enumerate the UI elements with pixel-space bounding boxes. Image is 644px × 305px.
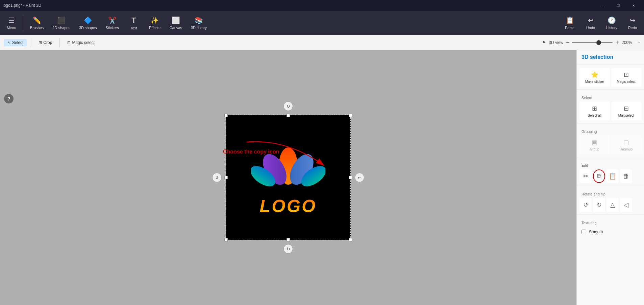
- panel-magic-select-button[interactable]: ⊡ Magic select: [611, 68, 642, 87]
- rotate-right-handle[interactable]: ↩: [355, 173, 364, 182]
- paste-edit-button[interactable]: 📋: [606, 169, 619, 183]
- ungroup-button[interactable]: ▢ Ungroup: [611, 136, 642, 154]
- make-sticker-icon: ⭐: [591, 71, 598, 78]
- toolbar-3dlibrary[interactable]: 📚 3D library: [187, 14, 211, 32]
- 2dshapes-icon: ⬛: [57, 16, 66, 24]
- redo-icon: ↪: [630, 16, 636, 24]
- rotate-right-button[interactable]: ↻: [593, 198, 605, 212]
- action-separator-1: [31, 38, 31, 47]
- ungroup-label: Ungroup: [620, 147, 633, 151]
- toolbar-canvas[interactable]: ⬜ Canvas: [166, 14, 186, 32]
- minimize-button[interactable]: —: [595, 0, 610, 11]
- grouping-section-label: Grouping: [577, 126, 644, 136]
- logo-canvas: LOGO: [226, 115, 351, 240]
- toolbar-stickers[interactable]: ✂️ Stickers: [102, 14, 123, 32]
- help-button[interactable]: ?: [4, 94, 14, 103]
- smooth-checkbox[interactable]: [581, 230, 586, 234]
- toolbar-3dlibrary-label: 3D library: [191, 26, 207, 30]
- close-button[interactable]: ✕: [626, 0, 641, 11]
- toolbar-separator-1: [24, 15, 24, 31]
- toolbar-effects[interactable]: ✨ Effects: [145, 14, 165, 32]
- divider-2: [577, 123, 644, 123]
- toolbar-menu[interactable]: ☰ Menu: [1, 14, 22, 32]
- select-all-button[interactable]: ⊞ Select all: [579, 102, 610, 120]
- canvas-area[interactable]: ? ↻ ↻ ⇩ ↩: [0, 50, 576, 305]
- panel-title: 3D selection: [577, 54, 644, 65]
- toolbar-menu-label: Menu: [7, 26, 16, 30]
- canvas-icon: ⬜: [172, 16, 180, 24]
- handle-top-center[interactable]: [287, 114, 290, 117]
- toolbar-text[interactable]: T Text: [124, 14, 144, 32]
- divider-1: [577, 89, 644, 90]
- crop-label: Crop: [43, 40, 52, 45]
- toolbar-brushes[interactable]: ✏️ Brushes: [26, 14, 48, 32]
- flip-vertical-button[interactable]: △: [606, 198, 619, 212]
- handle-top-left[interactable]: [224, 114, 228, 117]
- toolbar-redo[interactable]: ↪ Redo: [622, 14, 643, 32]
- toolbar-2dshapes[interactable]: ⬛ 2D shapes: [48, 14, 74, 32]
- handle-bottom-right[interactable]: [349, 238, 352, 241]
- toolbar-3dshapes[interactable]: 🔷 3D shapes: [75, 14, 101, 32]
- title-text: logo1.png* - Paint 3D: [3, 3, 41, 8]
- rotate-left-handle[interactable]: ⇩: [212, 173, 222, 182]
- toolbar-text-label: Text: [130, 26, 137, 30]
- zoom-plus-button[interactable]: +: [615, 39, 619, 46]
- handle-top-right[interactable]: [349, 114, 352, 117]
- flip-horizontal-button[interactable]: ◁: [620, 198, 632, 212]
- toolbar-paste[interactable]: 📋 Paste: [560, 14, 580, 32]
- toolbar-brushes-label: Brushes: [30, 26, 44, 30]
- logo-text: LOGO: [259, 196, 317, 216]
- select-actions: ⊞ Select all ⊟ Multiselect: [577, 102, 644, 120]
- handle-bottom-left[interactable]: [224, 238, 228, 241]
- rotate-bottom-handle[interactable]: ↻: [283, 244, 293, 254]
- 3dlibrary-icon: 📚: [195, 16, 203, 24]
- crop-button[interactable]: ⊞ Crop: [35, 39, 55, 46]
- toolbar-paste-label: Paste: [565, 26, 574, 30]
- multiselect-icon: ⊟: [624, 105, 629, 112]
- zoom-slider[interactable]: [572, 42, 613, 43]
- toolbar: ☰ Menu ✏️ Brushes ⬛ 2D shapes 🔷 3D shape…: [0, 11, 644, 35]
- 3d-view-label: 3D view: [549, 40, 563, 45]
- group-button[interactable]: ▣ Group: [579, 136, 610, 154]
- smooth-row: Smooth: [577, 227, 644, 237]
- window-controls: — ❐ ✕: [595, 0, 641, 11]
- toolbar-effects-label: Effects: [149, 26, 160, 30]
- restore-button[interactable]: ❐: [610, 0, 626, 11]
- handle-middle-left[interactable]: [224, 176, 228, 179]
- select-all-icon: ⊞: [592, 105, 597, 112]
- cut-button[interactable]: ✂: [579, 169, 592, 183]
- copy-button[interactable]: ⧉: [593, 169, 605, 183]
- select-button[interactable]: ↖ Select: [4, 39, 27, 46]
- rotate-left-button[interactable]: ↺: [579, 198, 592, 212]
- handle-bottom-center[interactable]: [287, 238, 290, 241]
- toolbar-redo-label: Redo: [628, 26, 637, 30]
- group-icon: ▣: [592, 139, 597, 146]
- zoom-minus-button[interactable]: −: [566, 39, 570, 46]
- right-panel: 3D selection ⭐ Make sticker ⊡ Magic sele…: [576, 50, 644, 305]
- multiselect-button[interactable]: ⊟ Multiselect: [611, 102, 642, 120]
- toolbar-undo[interactable]: ↩ Undo: [580, 14, 601, 32]
- make-sticker-label: Make sticker: [585, 80, 604, 84]
- rotate-top-handle[interactable]: ↻: [283, 101, 293, 111]
- zoom-more-button[interactable]: ···: [637, 40, 640, 45]
- toolbar-history[interactable]: 🕐 History: [601, 14, 622, 32]
- grouping-actions: ▣ Group ▢ Ungroup: [577, 136, 644, 154]
- multiselect-label: Multiselect: [618, 114, 634, 117]
- magic-select-icon: ⊡: [67, 40, 71, 45]
- delete-button[interactable]: 🗑: [620, 169, 632, 183]
- panel-top-actions: ⭐ Make sticker ⊡ Magic select: [577, 65, 644, 87]
- edit-section-label: Edit: [577, 160, 644, 169]
- panel-magic-select-icon: ⊡: [624, 71, 629, 78]
- zoom-thumb[interactable]: [596, 40, 601, 45]
- magic-select-button[interactable]: ⊡ Magic select: [64, 39, 98, 46]
- undo-icon: ↩: [588, 16, 594, 24]
- select-section-label: Select: [577, 92, 644, 102]
- flip-vertical-icon: △: [610, 201, 615, 209]
- make-sticker-button[interactable]: ⭐ Make sticker: [579, 68, 610, 87]
- texturing-section-label: Texturing: [577, 217, 644, 227]
- 3dshapes-icon: 🔷: [84, 16, 92, 24]
- toolbar-history-label: History: [606, 26, 617, 30]
- group-label: Group: [590, 147, 599, 151]
- handle-middle-right[interactable]: [349, 176, 352, 179]
- divider-4: [577, 186, 644, 186]
